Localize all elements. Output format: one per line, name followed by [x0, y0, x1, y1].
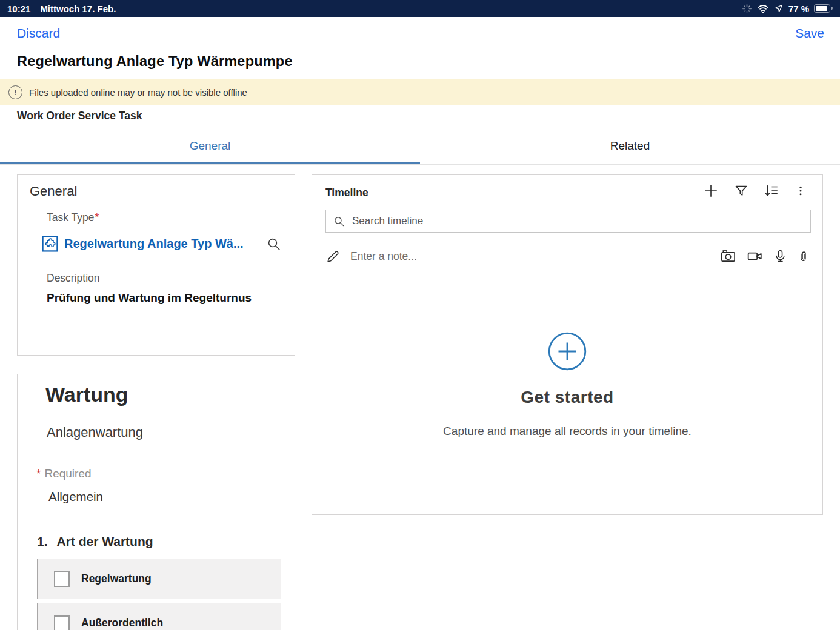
checkbox-ausserordentlich[interactable] [54, 615, 70, 630]
page-title: Regelwartung Anlage Typ Wärmepumpe [17, 53, 293, 70]
search-icon [333, 216, 345, 227]
battery-icon [814, 4, 830, 13]
media-buttons [720, 248, 810, 264]
general-section-heading: General [30, 184, 77, 199]
screen: 10:21 Mittwoch 17. Feb. [0, 0, 840, 630]
video-camera-icon[interactable] [746, 248, 764, 264]
option-label: Regelwartung [81, 572, 152, 585]
clock: 10:21 [7, 4, 30, 14]
status-date: Mittwoch 17. Feb. [40, 4, 116, 14]
service-task-icon [42, 236, 58, 252]
wartung-heading: Wartung [45, 383, 128, 406]
question-number: 1. [37, 534, 48, 548]
offline-warning-banner: ! Files uploaded online may or may not b… [0, 79, 840, 105]
tab-bar: General Related [0, 130, 840, 165]
location-arrow-icon [774, 4, 784, 13]
checkbox-regelwartung[interactable] [54, 571, 70, 587]
form-nav: Discard Save [17, 26, 824, 41]
timeline-search-box [325, 210, 811, 233]
activity-spinner-icon [742, 4, 752, 14]
sort-descending-icon[interactable] [764, 183, 779, 199]
task-type-lookup[interactable]: Regelwartung Anlage Typ Wä... [42, 236, 244, 252]
filter-funnel-icon[interactable] [734, 184, 748, 198]
discard-button[interactable]: Discard [17, 26, 60, 41]
battery-percent: 77 % [788, 4, 809, 14]
general-section-card: General Task Type* Regelwartung Anlage T… [17, 174, 295, 356]
tab-related[interactable]: Related [420, 130, 840, 164]
required-asterisk: * [36, 467, 41, 480]
option-label: Außerordentlich [81, 617, 163, 629]
camera-icon[interactable] [720, 248, 736, 264]
timeline-heading: Timeline [325, 187, 368, 199]
option-ausserordentlich[interactable]: Außerordentlich [37, 603, 281, 630]
alert-circle-icon: ! [8, 85, 22, 99]
empty-state-title: Get started [312, 388, 822, 407]
note-entry-row: Enter a note... [325, 243, 810, 270]
note-divider [325, 274, 811, 274]
paperclip-icon[interactable] [797, 248, 810, 264]
tab-general[interactable]: General [0, 130, 420, 164]
banner-text: Files uploaded online may or may not be … [29, 87, 247, 98]
group-label: Allgemein [48, 489, 103, 504]
question-label: Art der Wartung [57, 534, 153, 548]
wartung-subheading: Anlagenwartung [47, 425, 143, 440]
section-divider [36, 454, 273, 454]
field-divider [30, 265, 282, 265]
question-art-der-wartung: 1.Art der Wartung [37, 534, 153, 549]
empty-state-subtitle: Capture and manage all records in your t… [312, 425, 822, 438]
description-value: Prüfung und Wartung im Regelturnus [47, 291, 252, 305]
required-legend: *Required [36, 467, 92, 480]
required-asterisk: * [95, 211, 99, 224]
timeline-card: Timeline [312, 174, 823, 515]
timeline-actions [703, 183, 807, 199]
save-button[interactable]: Save [795, 26, 824, 41]
status-bar: 10:21 Mittwoch 17. Feb. [0, 0, 840, 17]
add-circle-icon[interactable] [548, 332, 587, 371]
description-label: Description [47, 272, 100, 285]
field-divider [30, 327, 282, 327]
task-type-value: Regelwartung Anlage Typ Wä... [64, 237, 244, 251]
option-regelwartung[interactable]: Regelwartung [37, 559, 281, 599]
task-type-label: Task Type* [47, 211, 99, 224]
pencil-icon[interactable] [325, 249, 341, 264]
microphone-icon[interactable] [773, 248, 787, 264]
lookup-search-icon[interactable] [267, 237, 281, 251]
note-placeholder[interactable]: Enter a note... [350, 250, 720, 263]
search-input[interactable] [351, 214, 810, 228]
more-vertical-icon[interactable] [795, 184, 807, 198]
add-icon[interactable] [703, 183, 719, 199]
wifi-icon [757, 4, 769, 14]
wartung-section-card: Wartung Anlagenwartung *Required Allgeme… [17, 374, 295, 630]
entity-type-label: Work Order Service Task [17, 110, 142, 122]
